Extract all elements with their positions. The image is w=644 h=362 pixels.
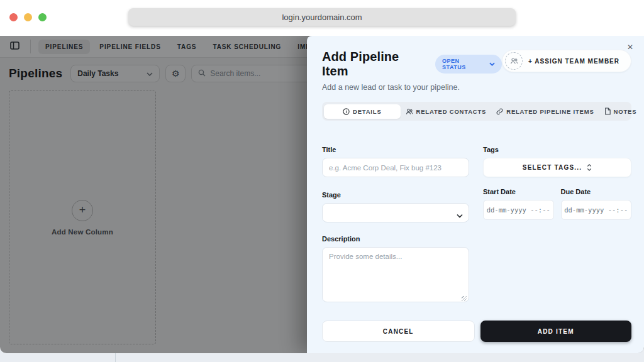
minimize-window-button[interactable] bbox=[24, 13, 32, 21]
app-area: PIPELINES PIPELINE FIELDS TAGS TASK SCHE… bbox=[0, 36, 644, 353]
info-icon bbox=[343, 108, 350, 115]
desktop-divider bbox=[115, 353, 116, 362]
desktop-strip bbox=[0, 353, 644, 362]
form-left-column: Title Stage Description bbox=[322, 146, 469, 305]
status-badge[interactable]: OPEN STATUS bbox=[435, 55, 502, 74]
tab-related-contacts[interactable]: RELATED CONTACTS bbox=[401, 104, 492, 119]
due-date-input[interactable] bbox=[561, 200, 632, 220]
zoom-window-button[interactable] bbox=[38, 13, 47, 21]
tags-label: Tags bbox=[483, 146, 631, 153]
chevron-down-icon bbox=[457, 209, 463, 221]
add-pipeline-item-modal: ✕ Add Pipeline Item OPEN STATUS Add a ne… bbox=[307, 36, 644, 353]
add-item-button[interactable]: ADD ITEM bbox=[480, 321, 632, 342]
description-label: Description bbox=[322, 235, 469, 243]
resize-handle-icon[interactable] bbox=[462, 296, 467, 301]
tab-related-pipeline-items[interactable]: RELATED PIPELINE ITEMS bbox=[491, 104, 599, 119]
start-date-label: Start Date bbox=[483, 188, 554, 195]
title-input[interactable] bbox=[322, 158, 469, 177]
avatar-placeholder-icon bbox=[505, 52, 523, 70]
assign-team-member-button[interactable]: + ASSIGN TEAM MEMBER bbox=[502, 50, 631, 72]
close-window-button[interactable] bbox=[9, 13, 18, 21]
tab-notes[interactable]: NOTES bbox=[599, 104, 642, 119]
dates-row: Start Date Due Date bbox=[483, 188, 631, 220]
stage-select[interactable] bbox=[322, 203, 469, 222]
cancel-button[interactable]: CANCEL bbox=[322, 321, 475, 342]
status-badge-label: OPEN STATUS bbox=[442, 58, 485, 70]
description-textarea[interactable] bbox=[322, 247, 469, 302]
close-modal-button[interactable]: ✕ bbox=[625, 41, 636, 53]
modal-tab-bar: DETAILS RELATED CONTACTS RELATED PIPELIN… bbox=[322, 102, 631, 121]
start-date-group: Start Date bbox=[483, 188, 554, 220]
modal-header: Add Pipeline Item OPEN STATUS Add a new … bbox=[322, 50, 631, 92]
address-bar[interactable]: login.yourdomain.com bbox=[128, 8, 516, 26]
modal-title: Add Pipeline Item bbox=[322, 50, 428, 79]
browser-window: login.yourdomain.com PIPELINES PIPELINE … bbox=[0, 0, 644, 353]
stage-label: Stage bbox=[322, 191, 469, 199]
users-icon bbox=[406, 108, 413, 115]
due-date-group: Due Date bbox=[561, 188, 632, 220]
modal-footer: CANCEL ADD ITEM bbox=[322, 321, 631, 342]
modal-header-left: Add Pipeline Item OPEN STATUS Add a new … bbox=[322, 50, 502, 92]
select-tags-button[interactable]: SELECT TAGS... bbox=[483, 158, 631, 177]
link-icon bbox=[496, 108, 503, 115]
title-label: Title bbox=[322, 146, 469, 153]
assign-button-label: + ASSIGN TEAM MEMBER bbox=[528, 58, 619, 65]
modal-subtitle: Add a new lead or task to your pipeline. bbox=[322, 83, 502, 92]
chevron-down-icon bbox=[489, 62, 495, 66]
sort-chevrons-icon bbox=[587, 164, 592, 171]
form-right-column: Tags SELECT TAGS... Start Date bbox=[483, 146, 631, 305]
traffic-lights bbox=[9, 13, 47, 21]
start-date-input[interactable] bbox=[483, 200, 554, 220]
due-date-label: Due Date bbox=[561, 188, 632, 195]
browser-chrome: login.yourdomain.com bbox=[0, 0, 644, 36]
note-icon bbox=[604, 107, 611, 115]
modal-form: Title Stage Description bbox=[322, 146, 631, 305]
select-tags-label: SELECT TAGS... bbox=[523, 164, 582, 171]
address-bar-url: login.yourdomain.com bbox=[282, 13, 362, 22]
tab-details[interactable]: DETAILS bbox=[324, 104, 401, 119]
